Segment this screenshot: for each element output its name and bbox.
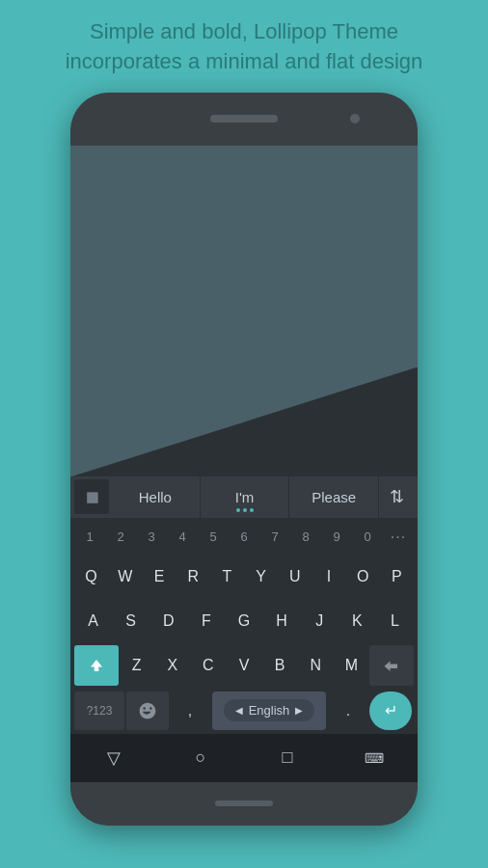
number-row: 1 2 3 4 5 6 7 8 9 0 ··· — [70, 519, 418, 555]
key-6[interactable]: 6 — [229, 522, 259, 553]
header-line1: Simple and bold, Lollipop Theme — [90, 19, 398, 43]
emoji-key[interactable] — [126, 692, 169, 730]
key-s[interactable]: S — [112, 601, 149, 641]
phone-nav-bar: ▽ ○ □ ⌨ — [70, 734, 418, 782]
key-l[interactable]: L — [376, 601, 414, 641]
header-text: Simple and bold, Lollipop Theme incorpor… — [37, 0, 452, 93]
backspace-key[interactable] — [369, 645, 414, 686]
key-x[interactable]: X — [154, 645, 190, 686]
key-row-3: Z X C V B N M — [70, 643, 418, 688]
key-t[interactable]: T — [210, 556, 244, 597]
key-h[interactable]: H — [263, 601, 301, 641]
enter-icon: ↵ — [385, 701, 397, 719]
key-3[interactable]: 3 — [136, 522, 167, 553]
suggestion-word2[interactable]: I'm — [201, 476, 290, 518]
comma-key[interactable]: , — [171, 692, 209, 730]
key-w[interactable]: W — [108, 556, 142, 597]
keyboard-bottom-row: ?123 , ◀ English ▶ — [70, 688, 418, 734]
key-2[interactable]: 2 — [105, 522, 136, 553]
suggestion-word3[interactable]: Please — [289, 476, 379, 518]
hash-icon: ▦ — [86, 489, 98, 504]
lang-arrow-right: ▶ — [295, 705, 303, 716]
front-camera — [350, 114, 360, 123]
key-row-2: A S D F G H J K L — [70, 599, 418, 643]
key-n[interactable]: N — [298, 645, 334, 686]
enter-key[interactable]: ↵ — [369, 692, 412, 730]
key-b[interactable]: B — [262, 645, 298, 686]
suggestion-arrows[interactable]: ⇅ — [379, 479, 414, 514]
num-switch-key[interactable]: ?123 — [74, 692, 124, 730]
key-r[interactable]: R — [176, 556, 210, 597]
key-y[interactable]: Y — [244, 556, 278, 597]
period-key[interactable]: . — [329, 692, 367, 730]
keyboard-area: ▦ Hello I'm Please ⇅ — [70, 476, 418, 734]
key-g[interactable]: G — [225, 601, 262, 641]
suggestion-dots — [236, 508, 254, 512]
language-button[interactable]: ◀ English ▶ — [224, 699, 315, 721]
key-u[interactable]: U — [278, 556, 312, 597]
nav-recent-button[interactable]: □ — [268, 739, 307, 777]
key-5[interactable]: 5 — [198, 522, 229, 553]
key-e[interactable]: E — [142, 556, 176, 597]
nav-home-button[interactable]: ○ — [181, 739, 220, 777]
key-o[interactable]: O — [346, 556, 380, 597]
key-row-1: Q W E R T Y U I O P — [70, 555, 418, 599]
nav-back-button[interactable]: ▽ — [95, 739, 133, 777]
key-f[interactable]: F — [187, 601, 225, 641]
key-4[interactable]: 4 — [167, 522, 198, 553]
shift-key[interactable] — [74, 645, 119, 686]
phone-screen: ▦ Hello I'm Please ⇅ — [70, 146, 418, 734]
key-9[interactable]: 9 — [321, 522, 352, 553]
key-7[interactable]: 7 — [259, 522, 290, 553]
lang-arrow-left: ◀ — [235, 705, 243, 716]
header-line2: incorporates a minimal and flat design — [66, 49, 423, 73]
key-v[interactable]: V — [226, 645, 261, 686]
key-z[interactable]: Z — [119, 645, 154, 686]
phone: ▦ Hello I'm Please ⇅ — [70, 93, 418, 826]
key-i[interactable]: I — [312, 556, 345, 597]
nav-keyboard-button[interactable]: ⌨ — [355, 739, 393, 777]
key-a[interactable]: A — [74, 601, 112, 641]
speaker-grill — [210, 115, 278, 122]
key-c[interactable]: C — [190, 645, 226, 686]
key-0[interactable]: 0 — [352, 522, 383, 553]
key-8[interactable]: 8 — [290, 522, 321, 553]
phone-bottom — [70, 782, 418, 826]
key-1[interactable]: 1 — [74, 522, 105, 553]
key-ellipsis[interactable]: ··· — [383, 522, 414, 553]
key-p[interactable]: P — [380, 556, 414, 597]
suggestion-hash-key[interactable]: ▦ — [74, 479, 109, 514]
phone-top-bar — [70, 93, 418, 146]
key-m[interactable]: M — [334, 645, 369, 686]
key-q[interactable]: Q — [74, 556, 108, 597]
bottom-bump — [215, 800, 273, 806]
spacebar[interactable]: ◀ English ▶ — [212, 692, 326, 730]
suggestion-word1[interactable]: Hello — [111, 476, 201, 518]
key-j[interactable]: J — [301, 601, 339, 641]
key-k[interactable]: K — [339, 601, 376, 641]
suggestion-bar: ▦ Hello I'm Please ⇅ — [70, 476, 418, 519]
key-d[interactable]: D — [149, 601, 187, 641]
language-label: English — [249, 703, 290, 718]
